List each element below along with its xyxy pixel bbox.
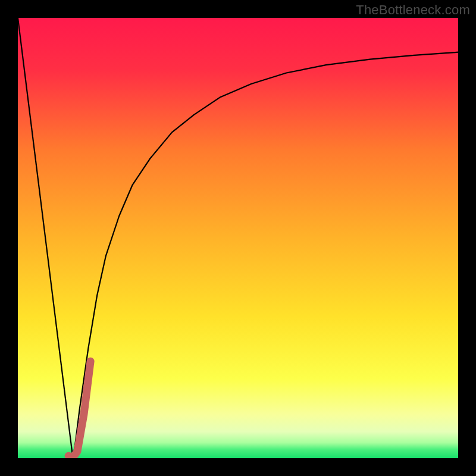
watermark-text: TheBottleneck.com <box>356 2 470 18</box>
chart-frame: TheBottleneck.com <box>0 0 476 476</box>
bottleneck-plot <box>18 18 458 458</box>
